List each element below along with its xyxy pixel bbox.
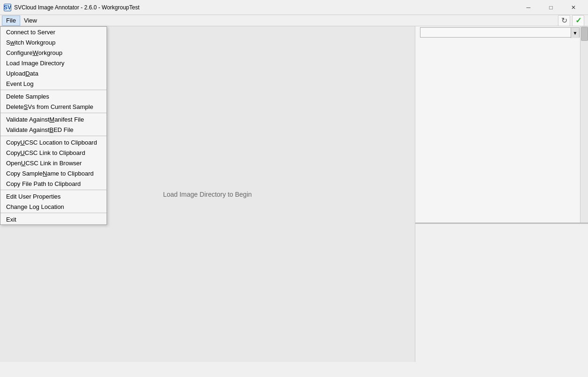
menu-bar: File View ↻ ✓ <box>0 15 588 26</box>
divider-1 <box>0 90 107 90</box>
divider-4 <box>0 190 107 190</box>
divider-3 <box>0 136 107 136</box>
minimize-button[interactable]: ─ <box>518 0 539 15</box>
scrollbar-thumb[interactable] <box>581 27 588 41</box>
right-panel: ▼ <box>415 26 588 362</box>
right-bottom-panel <box>415 223 588 362</box>
menu-item-switch-workgroup[interactable]: Switch Workgroup <box>0 37 107 47</box>
menu-item-connect-to-server[interactable]: Connect to Server <box>0 27 107 37</box>
menu-item-edit-user-properties[interactable]: Edit User Properties <box>0 191 107 201</box>
menu-item-copy-sample-name[interactable]: Copy Sample Name to Clipboard <box>0 168 107 178</box>
menu-item-open-ucsc-link[interactable]: Open UCSC Link in Browser <box>0 158 107 168</box>
divider-5 <box>0 213 107 213</box>
menu-item-exit[interactable]: Exit <box>0 214 107 224</box>
close-button[interactable]: ✕ <box>563 0 584 15</box>
menu-item-copy-ucsc-location[interactable]: Copy UCSC Location to Clipboard <box>0 137 107 147</box>
menu-view[interactable]: View <box>20 15 41 26</box>
app-icon: SV <box>4 4 11 11</box>
right-top-scrollbar[interactable] <box>580 26 588 223</box>
sample-dropdown[interactable]: ▼ <box>420 27 580 38</box>
menu-item-event-log[interactable]: Event Log <box>0 78 107 89</box>
title-bar: SV SVCloud Image Annotator - 2.6.0 - Wor… <box>0 0 588 15</box>
menu-file[interactable]: File <box>2 15 20 26</box>
window-controls: ─ □ ✕ <box>518 0 584 15</box>
menu-item-upload-data[interactable]: Upload Data <box>0 68 107 78</box>
right-top-panel: ▼ <box>415 26 588 223</box>
menu-item-load-image-directory[interactable]: Load Image Directory <box>0 58 107 68</box>
file-dropdown-menu: Connect to Server Switch Workgroup Confi… <box>0 26 107 225</box>
divider-2 <box>0 113 107 113</box>
menu-item-copy-ucsc-link[interactable]: Copy UCSC Link to Clipboard <box>0 147 107 158</box>
menu-item-copy-file-path[interactable]: Copy File Path to Clipboard <box>0 178 107 189</box>
dropdown-arrow-icon[interactable]: ▼ <box>571 28 579 38</box>
menu-item-validate-bed[interactable]: Validate Against BED File <box>0 124 107 135</box>
maximize-button[interactable]: □ <box>540 0 562 15</box>
check-button[interactable]: ✓ <box>572 15 584 26</box>
menu-item-delete-svs[interactable]: Delete SVs from Current Sample <box>0 101 107 112</box>
refresh-button[interactable]: ↻ <box>558 15 570 26</box>
window-title: SVCloud Image Annotator - 2.6.0 - Workgr… <box>14 4 518 11</box>
menu-item-change-log-location[interactable]: Change Log Location <box>0 201 107 212</box>
image-placeholder-text: Load Image Directory to Begin <box>163 191 252 198</box>
menu-item-delete-samples[interactable]: Delete Samples <box>0 91 107 101</box>
menu-item-validate-manifest[interactable]: Validate Against Manifest File <box>0 114 107 124</box>
menu-item-configure-workgroup[interactable]: Configure Workgroup <box>0 47 107 58</box>
